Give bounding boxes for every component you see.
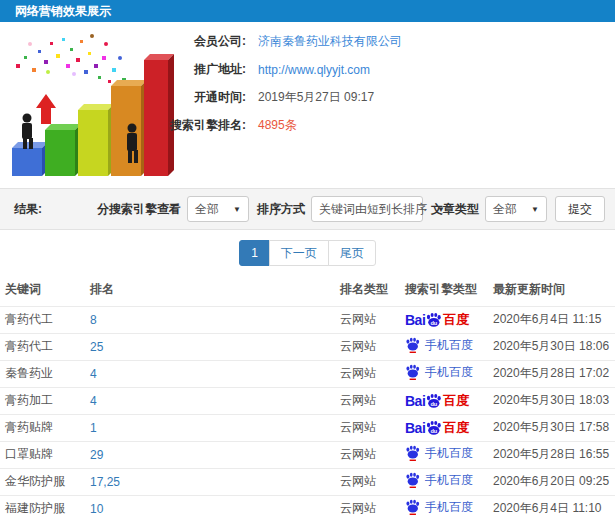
rank-link[interactable]: 4 — [90, 367, 97, 381]
sort-select[interactable]: 关键词由短到长排序 ▼ — [311, 196, 423, 222]
svg-text:du: du — [431, 401, 438, 407]
info-row-url: 推广地址: http://www.qlyyjt.com — [160, 60, 402, 79]
mobile-baidu-logo: 手机百度 — [405, 472, 473, 489]
updated-cell: 2020年5月28日 16:55 — [488, 441, 615, 468]
info-row-company: 会员公司: 济南秦鲁药业科技有限公司 — [160, 32, 402, 51]
updated-cell: 2020年6月20日 09:25 — [488, 468, 615, 495]
filter-bar: 分搜索引擎查看 全部 ▼ 排序方式 关键词由短到长排序 ▼ 文章类型 全部 ▼ … — [89, 196, 605, 222]
table-row: 膏药贴牌 1 云网站 Baidu百度 2020年5月30日 17:58 — [0, 414, 615, 441]
keyword-cell: 膏药加工 — [0, 387, 85, 414]
bar-chart-illustration — [4, 30, 176, 180]
mobile-baidu-paw-icon — [405, 445, 420, 461]
keyword-cell: 福建防护服 — [0, 495, 85, 520]
col-rank: 排名 — [85, 274, 335, 306]
rank-type-cell: 云网站 — [335, 387, 400, 414]
open-time-label: 开通时间: — [160, 89, 246, 106]
engine-view-select[interactable]: 全部 ▼ — [187, 196, 249, 222]
rank-type-cell: 云网站 — [335, 360, 400, 387]
rank-link[interactable]: 4 — [90, 394, 97, 408]
results-table: 关键词 排名 排名类型 搜索引擎类型 最新更新时间 膏药代工 8 云网站 Bai… — [0, 274, 615, 520]
info-row-rank-count: 搜索引擎排名: 4895条 — [160, 116, 402, 135]
submit-button[interactable]: 提交 — [555, 196, 605, 222]
col-engine-type: 搜索引擎类型 — [400, 274, 488, 306]
results-panel-heading: 结果: 分搜索引擎查看 全部 ▼ 排序方式 关键词由短到长排序 ▼ 文章类型 全… — [0, 188, 615, 230]
col-updated: 最新更新时间 — [488, 274, 615, 306]
sort-label: 排序方式 — [257, 201, 305, 218]
chevron-down-icon: ▼ — [531, 205, 539, 214]
rank-link[interactable]: 25 — [90, 340, 103, 354]
keyword-cell: 金华防护服 — [0, 468, 85, 495]
table-row: 膏药代工 25 云网站 手机百度 2020年5月30日 18:06 — [0, 333, 615, 360]
page-1-button[interactable]: 1 — [239, 240, 270, 266]
table-row: 膏药加工 4 云网站 Baidu百度 2020年5月30日 18:03 — [0, 387, 615, 414]
window-title-bar: 网络营销效果展示 — [0, 0, 615, 22]
updated-cell: 2020年5月30日 17:58 — [488, 414, 615, 441]
info-section: 会员公司: 济南秦鲁药业科技有限公司 推广地址: http://www.qlyy… — [0, 22, 615, 188]
table-row: 膏药代工 8 云网站 Baidu百度 2020年6月4日 11:15 — [0, 306, 615, 333]
table-row: 福建防护服 10 云网站 手机百度 2020年6月4日 11:10 — [0, 495, 615, 520]
rank-link[interactable]: 17,25 — [90, 475, 120, 489]
table-row: 秦鲁药业 4 云网站 手机百度 2020年5月28日 17:02 — [0, 360, 615, 387]
results-label: 结果: — [14, 201, 42, 218]
updated-cell: 2020年5月30日 18:03 — [488, 387, 615, 414]
table-row: 金华防护服 17,25 云网站 手机百度 2020年6月20日 09:25 — [0, 468, 615, 495]
updated-cell: 2020年6月4日 11:10 — [488, 495, 615, 520]
rank-link[interactable]: 8 — [90, 313, 97, 327]
mobile-baidu-paw-icon — [405, 499, 420, 515]
last-page-button[interactable]: 尾页 — [328, 240, 376, 266]
baidu-logo: Baidu百度 — [405, 419, 469, 437]
rank-type-cell: 云网站 — [335, 468, 400, 495]
rank-type-cell: 云网站 — [335, 414, 400, 441]
mobile-baidu-paw-icon — [405, 337, 420, 353]
member-info: 会员公司: 济南秦鲁药业科技有限公司 推广地址: http://www.qlyy… — [160, 32, 402, 144]
baidu-logo: Baidu百度 — [405, 311, 469, 329]
info-row-open-time: 开通时间: 2019年5月27日 09:17 — [160, 88, 402, 107]
rank-link[interactable]: 10 — [90, 502, 103, 516]
up-arrow — [36, 94, 56, 124]
keyword-cell: 膏药代工 — [0, 306, 85, 333]
company-link[interactable]: 济南秦鲁药业科技有限公司 — [258, 33, 402, 50]
baidu-paw-icon: du — [425, 312, 442, 327]
rank-link[interactable]: 29 — [90, 448, 103, 462]
article-type-label: 文章类型 — [431, 201, 479, 218]
url-label: 推广地址: — [160, 61, 246, 78]
company-label: 会员公司: — [160, 33, 246, 50]
rank-type-cell: 云网站 — [335, 441, 400, 468]
article-type-select[interactable]: 全部 ▼ — [485, 196, 547, 222]
table-row: 口罩贴牌 29 云网站 手机百度 2020年5月28日 16:55 — [0, 441, 615, 468]
bars — [12, 54, 174, 176]
keyword-cell: 膏药贴牌 — [0, 414, 85, 441]
rank-count-value: 4895条 — [258, 117, 297, 134]
mobile-baidu-logo: 手机百度 — [405, 337, 473, 354]
next-page-button[interactable]: 下一页 — [269, 240, 329, 266]
rank-type-cell: 云网站 — [335, 495, 400, 520]
keyword-cell: 口罩贴牌 — [0, 441, 85, 468]
rank-type-cell: 云网站 — [335, 306, 400, 333]
rank-type-cell: 云网站 — [335, 333, 400, 360]
open-time-value: 2019年5月27日 09:17 — [258, 89, 374, 106]
svg-text:du: du — [431, 428, 438, 434]
mobile-baidu-logo: 手机百度 — [405, 499, 473, 516]
svg-text:du: du — [431, 320, 438, 326]
mobile-baidu-logo: 手机百度 — [405, 445, 473, 462]
sort-selected: 关键词由短到长排序 — [319, 201, 427, 218]
keyword-cell: 秦鲁药业 — [0, 360, 85, 387]
keyword-cell: 膏药代工 — [0, 333, 85, 360]
rank-link[interactable]: 1 — [90, 421, 97, 435]
mobile-baidu-paw-icon — [405, 472, 420, 488]
rank-count-label: 搜索引擎排名: — [160, 117, 246, 134]
page-title: 网络营销效果展示 — [15, 4, 111, 18]
table-header-row: 关键词 排名 排名类型 搜索引擎类型 最新更新时间 — [0, 274, 615, 306]
engine-view-label: 分搜索引擎查看 — [97, 201, 181, 218]
engine-view-selected: 全部 — [195, 201, 219, 218]
mobile-baidu-logo: 手机百度 — [405, 364, 473, 381]
col-rank-type: 排名类型 — [335, 274, 400, 306]
updated-cell: 2020年5月30日 18:06 — [488, 333, 615, 360]
col-keyword: 关键词 — [0, 274, 85, 306]
article-type-selected: 全部 — [493, 201, 517, 218]
mobile-baidu-paw-icon — [405, 364, 420, 380]
baidu-paw-icon: du — [425, 420, 442, 435]
updated-cell: 2020年5月28日 17:02 — [488, 360, 615, 387]
baidu-paw-icon: du — [425, 393, 442, 408]
promotion-url-link[interactable]: http://www.qlyyjt.com — [258, 63, 370, 77]
